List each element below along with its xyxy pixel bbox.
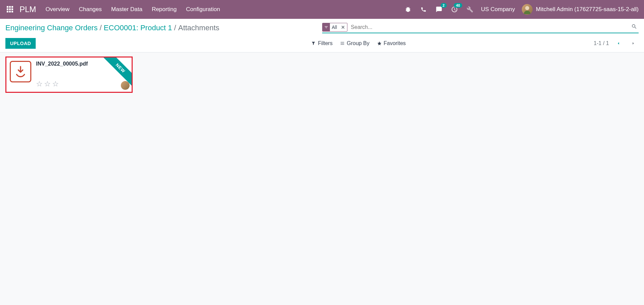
user-menu[interactable]: Mitchell Admin (17627725-saas-15-2-all) bbox=[522, 4, 639, 15]
messages-icon[interactable]: 2 bbox=[435, 5, 443, 14]
control-panel: Engineering Change Orders / ECO0001: Pro… bbox=[0, 19, 644, 52]
svg-rect-8 bbox=[11, 11, 13, 12]
favorites-label: Favorites bbox=[384, 40, 406, 46]
nav-master-data[interactable]: Master Data bbox=[111, 6, 142, 13]
search-box: All ✕ bbox=[322, 22, 639, 33]
user-name: Mitchell Admin (17627725-saas-15-2-all) bbox=[536, 6, 639, 13]
pager-range[interactable]: 1-1 / 1 bbox=[594, 40, 609, 46]
svg-rect-1 bbox=[9, 6, 11, 8]
attachments-list: INV_2022_00005.pdf ☆ ☆ ☆ NEW bbox=[0, 52, 644, 97]
pager-prev-icon[interactable] bbox=[613, 38, 624, 49]
star-1[interactable]: ☆ bbox=[36, 80, 43, 88]
nav-right: 2 40 US Company Mitchell Admin (17627725… bbox=[404, 4, 639, 15]
breadcrumb-root[interactable]: Engineering Change Orders bbox=[5, 24, 98, 32]
app-brand[interactable]: PLM bbox=[20, 5, 36, 14]
group-by-menu[interactable]: Group By bbox=[340, 40, 370, 46]
facet-remove-icon[interactable]: ✕ bbox=[339, 25, 347, 30]
search-input[interactable] bbox=[349, 23, 630, 32]
facet-label: All bbox=[330, 25, 339, 30]
svg-rect-7 bbox=[9, 11, 11, 12]
search-facet: All ✕ bbox=[322, 23, 348, 32]
favorites-menu[interactable]: Favorites bbox=[377, 40, 406, 46]
nav-reporting[interactable]: Reporting bbox=[152, 6, 177, 13]
priority-stars: ☆ ☆ ☆ bbox=[36, 80, 128, 88]
top-navbar: PLM Overview Changes Master Data Reporti… bbox=[0, 0, 644, 19]
funnel-icon bbox=[311, 41, 316, 46]
breadcrumb: Engineering Change Orders / ECO0001: Pro… bbox=[5, 24, 219, 32]
star-2[interactable]: ☆ bbox=[44, 80, 51, 88]
pager: 1-1 / 1 bbox=[594, 38, 639, 49]
pager-next-icon[interactable] bbox=[628, 38, 639, 49]
messages-badge: 2 bbox=[441, 3, 447, 8]
filters-label: Filters bbox=[318, 40, 333, 46]
breadcrumb-sep: / bbox=[174, 24, 176, 32]
phone-icon[interactable] bbox=[419, 5, 428, 14]
card-body: INV_2022_00005.pdf ☆ ☆ ☆ bbox=[36, 61, 128, 88]
star-icon bbox=[377, 41, 382, 46]
nav-menu: Overview Changes Master Data Reporting C… bbox=[45, 6, 220, 13]
svg-rect-0 bbox=[7, 6, 8, 8]
star-3[interactable]: ☆ bbox=[52, 80, 59, 88]
svg-rect-4 bbox=[9, 8, 11, 10]
breadcrumb-sep: / bbox=[100, 24, 102, 32]
user-avatar-icon bbox=[522, 4, 533, 15]
nav-changes[interactable]: Changes bbox=[79, 6, 102, 13]
activities-badge: 40 bbox=[454, 3, 462, 8]
filters-menu[interactable]: Filters bbox=[311, 40, 333, 46]
debug-icon[interactable] bbox=[404, 5, 412, 14]
search-options: Filters Group By Favorites bbox=[224, 40, 406, 46]
upload-button[interactable]: UPLOAD bbox=[5, 38, 36, 49]
activities-icon[interactable]: 40 bbox=[450, 5, 459, 14]
company-selector[interactable]: US Company bbox=[481, 6, 515, 13]
nav-configuration[interactable]: Configuration bbox=[186, 6, 220, 13]
svg-rect-5 bbox=[11, 8, 13, 10]
attachment-filename: INV_2022_00005.pdf bbox=[36, 61, 128, 67]
nav-overview[interactable]: Overview bbox=[45, 6, 69, 13]
owner-avatar-icon bbox=[121, 81, 130, 90]
search-button[interactable] bbox=[630, 22, 639, 32]
svg-rect-6 bbox=[7, 11, 8, 12]
svg-point-9 bbox=[525, 6, 529, 10]
group-by-label: Group By bbox=[347, 40, 370, 46]
breadcrumb-record[interactable]: ECO0001: Product 1 bbox=[104, 24, 172, 32]
filter-facet-icon bbox=[323, 23, 330, 31]
list-icon bbox=[340, 41, 345, 46]
svg-rect-2 bbox=[11, 6, 13, 8]
breadcrumb-current: Attachments bbox=[178, 24, 219, 32]
pdf-file-icon bbox=[10, 61, 31, 82]
svg-rect-3 bbox=[7, 8, 8, 10]
attachment-card[interactable]: INV_2022_00005.pdf ☆ ☆ ☆ NEW bbox=[5, 56, 133, 93]
tools-icon[interactable] bbox=[466, 5, 474, 14]
apps-menu-icon[interactable] bbox=[5, 5, 15, 14]
